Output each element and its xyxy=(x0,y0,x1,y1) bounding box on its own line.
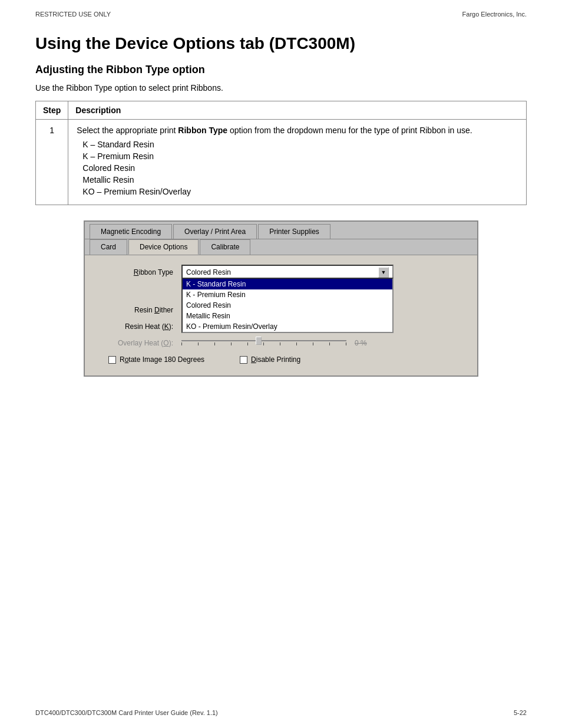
tab-overlay-print-area[interactable]: Overlay / Print Area xyxy=(173,224,257,239)
overlay-heat-slider-area: 0 % xyxy=(181,339,465,347)
steps-table: Step Description 1 Select the appropriat… xyxy=(35,101,527,205)
page-content: Using the Device Options tab (DTC300M) A… xyxy=(0,24,562,394)
dialog-tabs-row2: Card Device Options Calibrate xyxy=(85,239,477,255)
intro-text: Use the Ribbon Type option to select pri… xyxy=(35,83,527,93)
tab-calibrate[interactable]: Calibrate xyxy=(200,239,250,255)
step-description: Select the appropriate print Ribbon Type… xyxy=(68,120,527,205)
overlay-heat-track[interactable] xyxy=(181,340,346,347)
tick xyxy=(198,342,199,345)
tick xyxy=(346,342,346,345)
dialog-window: Magnetic Encoding Overlay / Print Area P… xyxy=(84,220,478,377)
list-item: KO – Premium Resin/Overlay xyxy=(82,187,518,196)
disable-printing-checkbox-item[interactable]: Disable Printing xyxy=(240,355,300,364)
step-bold: Ribbon Type xyxy=(178,126,227,135)
rotate-image-checkbox[interactable] xyxy=(108,356,116,364)
step-number: 1 xyxy=(36,120,68,205)
overlay-heat-thumb[interactable] xyxy=(256,337,262,345)
list-item: Colored Resin xyxy=(82,163,518,173)
dialog-tabs-row1: Magnetic Encoding Overlay / Print Area P… xyxy=(85,222,477,239)
dropdown-item-k-standard[interactable]: K - Standard Resin xyxy=(183,279,392,289)
tick xyxy=(214,342,215,345)
step-text: Select the appropriate print Ribbon Type… xyxy=(77,126,518,135)
ribbon-type-dropdown-container: Colored Resin ▼ K - Standard Resin K - P… xyxy=(181,265,465,280)
dropdown-arrow-icon[interactable]: ▼ xyxy=(378,267,389,278)
resin-dither-underline: D xyxy=(154,306,160,314)
resin-heat-label: Resin Heat (K): xyxy=(97,322,173,331)
dialog-body: Ribbon Type Colored Resin ▼ K - Standard… xyxy=(85,255,477,375)
dropdown-item-metallic-resin[interactable]: Metallic Resin xyxy=(183,311,392,321)
page-footer: DTC400/DTC300/DTC300M Card Printer User … xyxy=(0,697,562,728)
disable-printing-label: Disable Printing xyxy=(251,355,300,364)
tab-magnetic-encoding[interactable]: Magnetic Encoding xyxy=(90,224,172,239)
overlay-heat-ticks xyxy=(181,341,346,347)
ribbon-type-underline: R xyxy=(134,268,139,276)
disable-printing-checkbox[interactable] xyxy=(240,356,247,364)
dropdown-item-k-premium[interactable]: K - Premium Resin xyxy=(183,289,392,300)
page-title: Using the Device Options tab (DTC300M) xyxy=(35,34,527,53)
tick xyxy=(313,342,313,345)
ribbon-type-row: Ribbon Type Colored Resin ▼ K - Standard… xyxy=(97,265,465,280)
tick xyxy=(247,342,248,345)
dropdown-item-ko-premium[interactable]: KO - Premium Resin/Overlay xyxy=(183,321,392,332)
tab-card[interactable]: Card xyxy=(90,239,127,255)
col-step: Step xyxy=(36,101,68,120)
overlay-heat-value: 0 % xyxy=(355,339,378,347)
overlay-heat-line xyxy=(181,340,346,341)
tick xyxy=(181,342,182,345)
rotate-underline: o xyxy=(125,355,129,364)
tick xyxy=(296,342,297,345)
tab-device-options[interactable]: Device Options xyxy=(128,239,199,255)
ribbon-type-label: Ribbon Type xyxy=(97,268,173,276)
rotate-image-label: Rotate Image 180 Degrees xyxy=(120,355,204,364)
ribbon-type-value: Colored Resin xyxy=(186,268,378,276)
list-item: Metallic Resin xyxy=(82,175,518,185)
page-header: RESTRICTED USE ONLY Fargo Electronics, I… xyxy=(0,0,562,24)
col-desc: Description xyxy=(68,101,527,120)
disable-underline: D xyxy=(251,355,256,364)
tab-printer-supplies[interactable]: Printer Supplies xyxy=(258,224,330,239)
overlay-heat-o-underline: O xyxy=(163,339,168,347)
tick xyxy=(329,342,330,345)
list-item: K – Premium Resin xyxy=(82,151,518,161)
tick xyxy=(263,342,264,345)
rotate-image-checkbox-item[interactable]: Rotate Image 180 Degrees xyxy=(108,355,204,364)
header-right: Fargo Electronics, Inc. xyxy=(462,11,527,18)
footer-left: DTC400/DTC300/DTC300M Card Printer User … xyxy=(35,709,218,716)
list-item: K – Standard Resin xyxy=(82,140,518,149)
ribbon-type-list: K – Standard Resin K – Premium Resin Col… xyxy=(77,140,518,196)
checkboxes-row: Rotate Image 180 Degrees Disable Printin… xyxy=(108,355,465,364)
footer-right: 5-22 xyxy=(514,709,527,716)
table-row: 1 Select the appropriate print Ribbon Ty… xyxy=(36,120,527,205)
tick xyxy=(280,342,280,345)
header-left: RESTRICTED USE ONLY xyxy=(35,11,111,18)
resin-heat-k-underline: K xyxy=(164,322,169,331)
overlay-heat-label: Overlay Heat (O): xyxy=(97,339,173,347)
section-title: Adjusting the Ribbon Type option xyxy=(35,64,527,76)
overlay-heat-row: Overlay Heat (O): xyxy=(97,339,465,347)
resin-dither-label: Resin Dither xyxy=(97,306,173,314)
tick xyxy=(231,342,232,345)
dropdown-item-colored-resin[interactable]: Colored Resin xyxy=(183,300,392,311)
dropdown-list: K - Standard Resin K - Premium Resin Col… xyxy=(181,278,394,333)
